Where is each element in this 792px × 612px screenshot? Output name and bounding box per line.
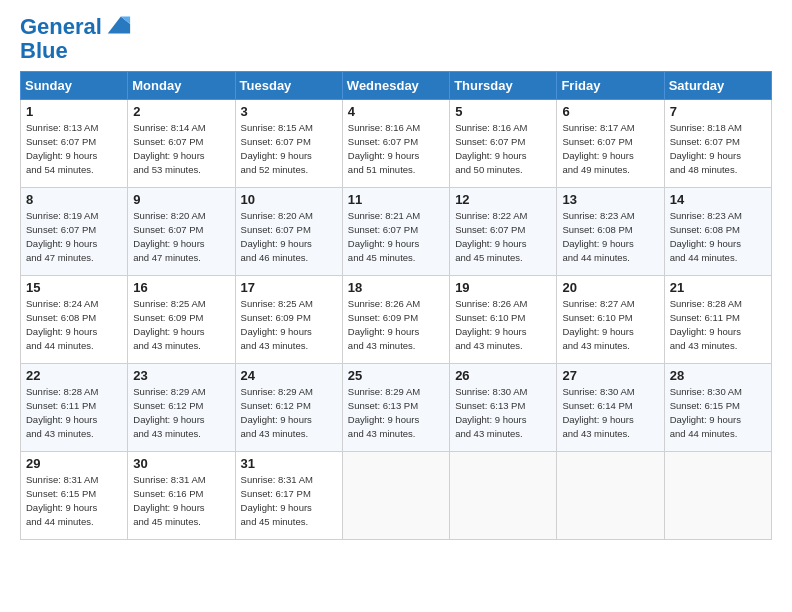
- day-cell-21: 21 Sunrise: 8:28 AMSunset: 6:11 PMDaylig…: [664, 276, 771, 364]
- day-info: Sunrise: 8:30 AMSunset: 6:15 PMDaylight:…: [670, 385, 766, 440]
- day-cell-5: 5 Sunrise: 8:16 AMSunset: 6:07 PMDayligh…: [450, 100, 557, 188]
- day-number: 18: [348, 280, 444, 295]
- day-info: Sunrise: 8:30 AMSunset: 6:14 PMDaylight:…: [562, 385, 658, 440]
- calendar-week-2: 8 Sunrise: 8:19 AMSunset: 6:07 PMDayligh…: [21, 188, 772, 276]
- day-number: 17: [241, 280, 337, 295]
- day-number: 21: [670, 280, 766, 295]
- day-cell-8: 8 Sunrise: 8:19 AMSunset: 6:07 PMDayligh…: [21, 188, 128, 276]
- day-info: Sunrise: 8:21 AMSunset: 6:07 PMDaylight:…: [348, 209, 444, 264]
- day-number: 6: [562, 104, 658, 119]
- day-number: 29: [26, 456, 122, 471]
- day-info: Sunrise: 8:23 AMSunset: 6:08 PMDaylight:…: [670, 209, 766, 264]
- day-number: 24: [241, 368, 337, 383]
- weekday-header-saturday: Saturday: [664, 72, 771, 100]
- day-cell-19: 19 Sunrise: 8:26 AMSunset: 6:10 PMDaylig…: [450, 276, 557, 364]
- day-info: Sunrise: 8:24 AMSunset: 6:08 PMDaylight:…: [26, 297, 122, 352]
- weekday-header-thursday: Thursday: [450, 72, 557, 100]
- day-number: 31: [241, 456, 337, 471]
- calendar-week-4: 22 Sunrise: 8:28 AMSunset: 6:11 PMDaylig…: [21, 364, 772, 452]
- day-info: Sunrise: 8:16 AMSunset: 6:07 PMDaylight:…: [455, 121, 551, 176]
- day-info: Sunrise: 8:26 AMSunset: 6:10 PMDaylight:…: [455, 297, 551, 352]
- page: General Blue SundayMondayTuesdayWednesda…: [0, 0, 792, 612]
- weekday-header-monday: Monday: [128, 72, 235, 100]
- calendar-week-3: 15 Sunrise: 8:24 AMSunset: 6:08 PMDaylig…: [21, 276, 772, 364]
- day-info: Sunrise: 8:31 AMSunset: 6:17 PMDaylight:…: [241, 473, 337, 528]
- logo-icon: [104, 11, 132, 39]
- day-cell-20: 20 Sunrise: 8:27 AMSunset: 6:10 PMDaylig…: [557, 276, 664, 364]
- day-info: Sunrise: 8:29 AMSunset: 6:12 PMDaylight:…: [133, 385, 229, 440]
- day-cell-7: 7 Sunrise: 8:18 AMSunset: 6:07 PMDayligh…: [664, 100, 771, 188]
- day-number: 7: [670, 104, 766, 119]
- day-number: 15: [26, 280, 122, 295]
- day-number: 3: [241, 104, 337, 119]
- calendar-week-5: 29 Sunrise: 8:31 AMSunset: 6:15 PMDaylig…: [21, 452, 772, 540]
- day-cell-3: 3 Sunrise: 8:15 AMSunset: 6:07 PMDayligh…: [235, 100, 342, 188]
- day-number: 28: [670, 368, 766, 383]
- day-cell-2: 2 Sunrise: 8:14 AMSunset: 6:07 PMDayligh…: [128, 100, 235, 188]
- day-cell-31: 31 Sunrise: 8:31 AMSunset: 6:17 PMDaylig…: [235, 452, 342, 540]
- day-number: 30: [133, 456, 229, 471]
- day-info: Sunrise: 8:25 AMSunset: 6:09 PMDaylight:…: [133, 297, 229, 352]
- day-info: Sunrise: 8:16 AMSunset: 6:07 PMDaylight:…: [348, 121, 444, 176]
- day-number: 12: [455, 192, 551, 207]
- day-number: 16: [133, 280, 229, 295]
- header: General Blue: [20, 15, 772, 63]
- day-cell-23: 23 Sunrise: 8:29 AMSunset: 6:12 PMDaylig…: [128, 364, 235, 452]
- day-cell-6: 6 Sunrise: 8:17 AMSunset: 6:07 PMDayligh…: [557, 100, 664, 188]
- day-info: Sunrise: 8:31 AMSunset: 6:16 PMDaylight:…: [133, 473, 229, 528]
- day-cell-18: 18 Sunrise: 8:26 AMSunset: 6:09 PMDaylig…: [342, 276, 449, 364]
- empty-cell: [557, 452, 664, 540]
- logo-text: General: [20, 15, 102, 39]
- logo-text2: Blue: [20, 39, 132, 63]
- empty-cell: [664, 452, 771, 540]
- day-number: 13: [562, 192, 658, 207]
- empty-cell: [450, 452, 557, 540]
- empty-cell: [342, 452, 449, 540]
- calendar-table: SundayMondayTuesdayWednesdayThursdayFrid…: [20, 71, 772, 540]
- logo: General Blue: [20, 15, 132, 63]
- day-info: Sunrise: 8:29 AMSunset: 6:12 PMDaylight:…: [241, 385, 337, 440]
- day-cell-10: 10 Sunrise: 8:20 AMSunset: 6:07 PMDaylig…: [235, 188, 342, 276]
- day-cell-25: 25 Sunrise: 8:29 AMSunset: 6:13 PMDaylig…: [342, 364, 449, 452]
- weekday-header-wednesday: Wednesday: [342, 72, 449, 100]
- weekday-header-tuesday: Tuesday: [235, 72, 342, 100]
- day-number: 9: [133, 192, 229, 207]
- day-number: 26: [455, 368, 551, 383]
- day-cell-16: 16 Sunrise: 8:25 AMSunset: 6:09 PMDaylig…: [128, 276, 235, 364]
- day-cell-22: 22 Sunrise: 8:28 AMSunset: 6:11 PMDaylig…: [21, 364, 128, 452]
- calendar-week-1: 1 Sunrise: 8:13 AMSunset: 6:07 PMDayligh…: [21, 100, 772, 188]
- day-number: 27: [562, 368, 658, 383]
- day-cell-17: 17 Sunrise: 8:25 AMSunset: 6:09 PMDaylig…: [235, 276, 342, 364]
- day-info: Sunrise: 8:28 AMSunset: 6:11 PMDaylight:…: [670, 297, 766, 352]
- day-info: Sunrise: 8:14 AMSunset: 6:07 PMDaylight:…: [133, 121, 229, 176]
- day-cell-4: 4 Sunrise: 8:16 AMSunset: 6:07 PMDayligh…: [342, 100, 449, 188]
- day-number: 8: [26, 192, 122, 207]
- weekday-header-sunday: Sunday: [21, 72, 128, 100]
- day-number: 1: [26, 104, 122, 119]
- day-number: 14: [670, 192, 766, 207]
- day-info: Sunrise: 8:23 AMSunset: 6:08 PMDaylight:…: [562, 209, 658, 264]
- day-cell-30: 30 Sunrise: 8:31 AMSunset: 6:16 PMDaylig…: [128, 452, 235, 540]
- day-info: Sunrise: 8:31 AMSunset: 6:15 PMDaylight:…: [26, 473, 122, 528]
- day-number: 4: [348, 104, 444, 119]
- day-info: Sunrise: 8:30 AMSunset: 6:13 PMDaylight:…: [455, 385, 551, 440]
- day-cell-12: 12 Sunrise: 8:22 AMSunset: 6:07 PMDaylig…: [450, 188, 557, 276]
- day-cell-11: 11 Sunrise: 8:21 AMSunset: 6:07 PMDaylig…: [342, 188, 449, 276]
- day-info: Sunrise: 8:17 AMSunset: 6:07 PMDaylight:…: [562, 121, 658, 176]
- day-info: Sunrise: 8:15 AMSunset: 6:07 PMDaylight:…: [241, 121, 337, 176]
- day-number: 2: [133, 104, 229, 119]
- day-info: Sunrise: 8:26 AMSunset: 6:09 PMDaylight:…: [348, 297, 444, 352]
- day-number: 11: [348, 192, 444, 207]
- day-cell-28: 28 Sunrise: 8:30 AMSunset: 6:15 PMDaylig…: [664, 364, 771, 452]
- day-info: Sunrise: 8:20 AMSunset: 6:07 PMDaylight:…: [133, 209, 229, 264]
- day-info: Sunrise: 8:25 AMSunset: 6:09 PMDaylight:…: [241, 297, 337, 352]
- day-cell-29: 29 Sunrise: 8:31 AMSunset: 6:15 PMDaylig…: [21, 452, 128, 540]
- day-info: Sunrise: 8:29 AMSunset: 6:13 PMDaylight:…: [348, 385, 444, 440]
- day-info: Sunrise: 8:18 AMSunset: 6:07 PMDaylight:…: [670, 121, 766, 176]
- day-cell-14: 14 Sunrise: 8:23 AMSunset: 6:08 PMDaylig…: [664, 188, 771, 276]
- day-number: 5: [455, 104, 551, 119]
- day-info: Sunrise: 8:22 AMSunset: 6:07 PMDaylight:…: [455, 209, 551, 264]
- day-cell-9: 9 Sunrise: 8:20 AMSunset: 6:07 PMDayligh…: [128, 188, 235, 276]
- day-number: 22: [26, 368, 122, 383]
- weekday-header-friday: Friday: [557, 72, 664, 100]
